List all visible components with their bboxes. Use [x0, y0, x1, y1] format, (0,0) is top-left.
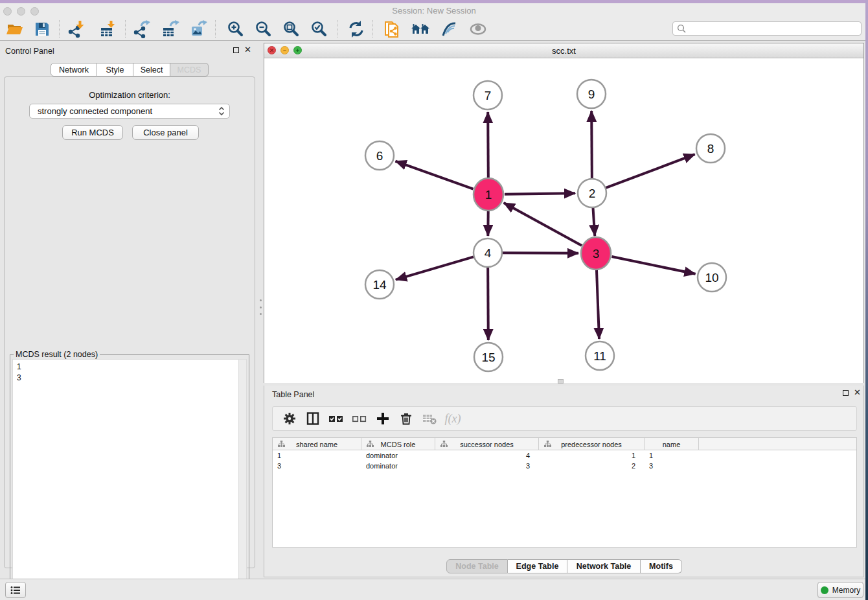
- cell-predecessor-nodes: 2: [539, 461, 645, 471]
- show-graphics-details-icon[interactable]: [468, 19, 488, 39]
- network-canvas[interactable]: 1234678910111415: [264, 58, 863, 383]
- float-panel-icon[interactable]: [233, 47, 239, 53]
- horizontal-splitter-handle[interactable]: [558, 379, 564, 384]
- list-icon: [10, 586, 21, 595]
- export-network-icon[interactable]: [132, 19, 152, 39]
- graph-edge-1-7[interactable]: [488, 112, 488, 178]
- mcds-result-text: 1 3: [13, 360, 238, 386]
- graph-node-label-3: 3: [593, 247, 600, 260]
- clone-network-icon[interactable]: [382, 19, 402, 39]
- welcome-screen-icon[interactable]: [411, 19, 430, 39]
- graph-edge-2-9[interactable]: [591, 111, 592, 179]
- network-window-title: scc.txt: [264, 46, 863, 56]
- graph-node-label-11: 11: [593, 349, 606, 363]
- graph-edge-1-2[interactable]: [505, 193, 575, 194]
- tab-network-table[interactable]: Network Table: [567, 559, 641, 573]
- graph-edge-3-11[interactable]: [597, 270, 599, 339]
- result-scrollbar[interactable]: [238, 359, 247, 596]
- tab-style[interactable]: Style: [97, 63, 133, 76]
- graph-edge-2-3[interactable]: [593, 207, 595, 236]
- control-panel: Control Panel ✕ NetworkStyleSelectMCDS O…: [0, 43, 259, 570]
- main-toolbar: [0, 17, 868, 41]
- graph-node-label-9: 9: [588, 87, 595, 101]
- zoom-selected-icon[interactable]: [310, 19, 329, 39]
- run-mcds-button[interactable]: Run MCDS: [62, 125, 123, 140]
- table-header-row[interactable]: shared nameMCDS rolesuccessor nodesprede…: [273, 438, 856, 450]
- delete-row-icon[interactable]: [394, 410, 418, 428]
- graph-edge-3-10[interactable]: [611, 257, 695, 274]
- deselect-all-rows-icon[interactable]: [348, 410, 371, 428]
- graph-edge-2-8[interactable]: [606, 154, 695, 188]
- close-panel-icon[interactable]: ✕: [244, 45, 251, 54]
- graph-node-label-10: 10: [705, 271, 718, 284]
- graph-edge-4-15[interactable]: [488, 267, 488, 340]
- memory-button[interactable]: Memory: [817, 582, 863, 598]
- zoom-in-icon[interactable]: [226, 19, 246, 39]
- table-settings-icon[interactable]: [278, 410, 301, 428]
- tab-select[interactable]: Select: [133, 63, 170, 76]
- table-toolbar: f(x): [272, 406, 857, 431]
- desktop-edge-right: [865, 0, 868, 600]
- import-table-icon[interactable]: [98, 19, 117, 39]
- graph-edge-1-6[interactable]: [395, 161, 473, 189]
- graph-node-label-15: 15: [481, 351, 495, 364]
- titlebar: Session: New Session: [0, 3, 868, 17]
- import-network-icon[interactable]: [67, 19, 86, 39]
- table-panel-tabs: Node TableEdge TableNetwork TableMotifs: [446, 559, 682, 573]
- graph-edge-3-1[interactable]: [504, 203, 582, 246]
- search-field[interactable]: [672, 21, 862, 36]
- column-header-shared-name[interactable]: shared name: [273, 438, 361, 450]
- tab-network[interactable]: Network: [51, 63, 97, 76]
- window-title: Session: New Session: [0, 6, 868, 16]
- tab-node-table[interactable]: Node Table: [446, 559, 508, 573]
- control-panel-title: Control Panel: [5, 47, 54, 56]
- mcds-panel: Optimization criterion: strongly connect…: [4, 76, 255, 568]
- save-session-icon[interactable]: [32, 19, 52, 39]
- criterion-value: strongly connected component: [38, 106, 152, 116]
- search-icon: [677, 24, 686, 33]
- graph-edge-4-3[interactable]: [502, 253, 578, 253]
- open-session-icon[interactable]: [5, 19, 25, 39]
- birds-eye-view-icon[interactable]: [439, 19, 458, 39]
- cell-name: 1: [645, 450, 699, 461]
- column-visibility-icon[interactable]: [301, 410, 325, 428]
- refresh-layout-icon[interactable]: [347, 19, 366, 39]
- delete-table-icon: [418, 410, 441, 428]
- status-bar: Memory: [0, 579, 868, 600]
- app-window: Session: New Session: [0, 0, 868, 600]
- add-row-icon[interactable]: [371, 410, 394, 428]
- column-header-predecessor-nodes[interactable]: predecessor nodes: [539, 438, 645, 450]
- graph-edge-4-14[interactable]: [396, 257, 474, 279]
- task-history-button[interactable]: [5, 582, 26, 598]
- table-row-2[interactable]: 3dominator323: [273, 461, 856, 471]
- table-panel-title: Table Panel: [272, 390, 314, 399]
- close-panel-icon[interactable]: ✕: [854, 388, 861, 397]
- network-window-titlebar[interactable]: ✕ − + scc.txt: [264, 43, 863, 58]
- vertical-splitter-handle[interactable]: [260, 299, 262, 315]
- export-image-icon[interactable]: [189, 19, 209, 39]
- select-all-rows-icon[interactable]: [325, 410, 348, 428]
- column-header-successor-nodes[interactable]: successor nodes: [435, 438, 539, 450]
- search-input[interactable]: [689, 23, 857, 34]
- column-header-filler: [699, 438, 856, 450]
- zoom-out-icon[interactable]: [254, 19, 273, 39]
- cell-shared-name: 3: [273, 461, 361, 471]
- mcds-result-groupbox: MCDS result (2 nodes) 1 3: [10, 354, 249, 599]
- tab-mcds[interactable]: MCDS: [170, 63, 209, 76]
- close-panel-button[interactable]: Close panel: [132, 125, 199, 140]
- tab-edge-table[interactable]: Edge Table: [508, 559, 567, 573]
- toolbar-separator: [337, 20, 337, 38]
- tab-motifs[interactable]: Motifs: [641, 559, 682, 573]
- graph-node-label-6: 6: [376, 149, 383, 163]
- float-panel-icon[interactable]: [843, 390, 849, 396]
- graph-node-label-14: 14: [372, 278, 387, 292]
- table-row-1[interactable]: 1dominator411: [273, 450, 856, 461]
- cell-successor-nodes: 3: [435, 461, 539, 471]
- mcds-result-area[interactable]: 1 3: [12, 359, 238, 596]
- graph-node-label-1: 1: [485, 188, 492, 202]
- column-header-name[interactable]: name: [645, 438, 699, 450]
- criterion-dropdown[interactable]: strongly connected component: [29, 104, 230, 119]
- fit-content-icon[interactable]: [282, 19, 301, 39]
- column-header-MCDS-role[interactable]: MCDS role: [361, 438, 435, 450]
- export-table-icon[interactable]: [161, 19, 180, 39]
